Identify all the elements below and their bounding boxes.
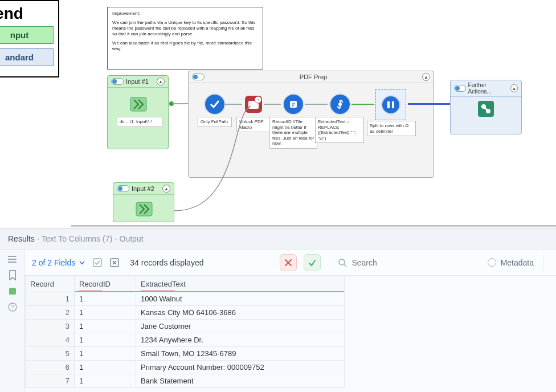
svg-rect-9 bbox=[392, 101, 394, 108]
collapse-button[interactable]: ▲ bbox=[157, 77, 165, 85]
container-header[interactable]: Further Actions... ▲ bbox=[451, 80, 521, 97]
panel-divider[interactable] bbox=[71, 225, 556, 227]
workflow-canvas[interactable]: gend nput andard Improvement: We can joi… bbox=[0, 0, 556, 227]
comment-p1: We can join the paths via a Unique key t… bbox=[112, 20, 258, 37]
cell-extractedtext: Bank Statement bbox=[136, 374, 345, 388]
search-box[interactable] bbox=[338, 258, 443, 267]
tool-directory-input[interactable]: dir ...\1. Input\*.* bbox=[127, 93, 150, 116]
svg-text:?: ? bbox=[11, 304, 14, 311]
toggle-icon[interactable] bbox=[454, 85, 466, 92]
output-anchor-icon[interactable] bbox=[7, 286, 18, 296]
metadata-label: Metadata bbox=[501, 258, 534, 267]
results-grid-scroll[interactable]: Record RecordID ExtractedText 111000 Wal… bbox=[25, 276, 556, 388]
container-input1[interactable]: Input #1 ▲ dir ...\1. Input\*.* bbox=[107, 75, 169, 149]
col-header-extractedtext[interactable]: ExtractedText bbox=[136, 276, 345, 292]
tool-unlock-pdf-macro[interactable]: + Unlock PDF Macro bbox=[242, 93, 265, 116]
comment-p2: We can also batch it so that it goes fil… bbox=[112, 40, 258, 52]
record-count-label: 34 records displayed bbox=[130, 258, 203, 267]
cell-record-num: 2 bbox=[26, 306, 75, 320]
text-to-columns-icon bbox=[386, 100, 395, 109]
container-further-actions[interactable]: Further Actions... ▲ bbox=[450, 80, 522, 134]
cell-extractedtext: 1234 Anywhere Dr. bbox=[136, 333, 345, 347]
legend-box: gend nput andard bbox=[0, 0, 59, 77]
cancel-box-icon[interactable] bbox=[109, 258, 120, 268]
collapse-button[interactable]: ▲ bbox=[510, 84, 518, 92]
legend-chip-standard: andard bbox=[0, 48, 54, 66]
table-row[interactable]: 51Small Town, MO 12345-6789 bbox=[26, 347, 345, 361]
tool-label: dir ...\1. Input\*.* bbox=[117, 117, 162, 127]
separator bbox=[543, 255, 543, 271]
check-icon bbox=[308, 259, 316, 267]
table-header-row: Record RecordID ExtractedText bbox=[26, 276, 345, 292]
cell-extractedtext: 1000 Walnut bbox=[136, 292, 345, 306]
container-title: PDF Prep bbox=[207, 74, 420, 80]
cell-record-num: 5 bbox=[26, 347, 75, 361]
cell-recordid: 1 bbox=[75, 361, 136, 374]
connector[interactable] bbox=[305, 104, 328, 105]
tool-directory-input-2[interactable] bbox=[133, 198, 156, 220]
record-id-icon: # bbox=[288, 99, 299, 109]
cell-extractedtext: Primary Account Number: 000009752 bbox=[136, 361, 345, 374]
results-sub-label: - Text To Columns (7) - Output bbox=[35, 234, 144, 243]
svg-point-7 bbox=[338, 103, 342, 106]
help-icon[interactable]: ? bbox=[7, 302, 18, 312]
container-header[interactable]: Input #2 ▲ bbox=[113, 183, 174, 195]
tool-formula[interactable]: ExtractedText = REPLACE ([ExtractedText]… bbox=[329, 93, 351, 116]
table-row[interactable]: 61Primary Account Number: 000009752 bbox=[26, 361, 345, 374]
col-header-record[interactable]: Record bbox=[26, 276, 75, 292]
collapse-button[interactable]: ▲ bbox=[422, 73, 430, 81]
cell-extractedtext: Kansas City MO 64106-3686 bbox=[136, 306, 345, 320]
table-row[interactable]: 71Bank Statement bbox=[26, 374, 345, 388]
tool-record-id[interactable]: # RecordID //Tile might be better if the… bbox=[282, 93, 305, 116]
table-row[interactable]: 21Kansas City MO 64106-3686 bbox=[26, 306, 345, 320]
results-toolbar: 2 of 2 Fields 34 records displayed bbox=[25, 250, 556, 276]
fields-dropdown[interactable]: 2 of 2 Fields bbox=[32, 258, 85, 267]
svg-rect-21 bbox=[93, 259, 101, 267]
col-header-recordid[interactable]: RecordID bbox=[75, 276, 136, 292]
connector[interactable] bbox=[264, 104, 281, 105]
container-input2[interactable]: Input #2 ▲ bbox=[113, 182, 174, 222]
collapse-button[interactable]: ▲ bbox=[162, 185, 170, 193]
list-icon[interactable] bbox=[7, 254, 18, 264]
svg-point-16 bbox=[8, 259, 9, 260]
toggle-icon[interactable] bbox=[192, 74, 205, 80]
cell-extractedtext: Small Town, MO 12345-6789 bbox=[136, 347, 345, 361]
svg-text:+: + bbox=[257, 97, 260, 103]
cell-recordid: 1 bbox=[75, 333, 136, 347]
table-row[interactable]: 111000 Walnut bbox=[26, 292, 345, 306]
tool-label: Unlock PDF Macro bbox=[236, 117, 271, 132]
results-grid-area: 2 of 2 Fields 34 records displayed bbox=[25, 250, 556, 392]
select-icon bbox=[210, 99, 220, 109]
checklist-icon[interactable] bbox=[92, 258, 103, 268]
container-pdf-prep[interactable]: PDF Prep ▲ Only FullPath + Unlock PDF Ma… bbox=[188, 71, 434, 178]
tool-label: RecordID //Tile might be better if there… bbox=[269, 117, 317, 149]
search-input[interactable] bbox=[351, 258, 443, 267]
cell-recordid: 1 bbox=[75, 320, 136, 333]
table-row[interactable]: 411234 Anywhere Dr. bbox=[26, 333, 345, 347]
cell-record-num: 3 bbox=[26, 320, 75, 333]
connector[interactable] bbox=[351, 104, 374, 105]
container-header[interactable]: Input #1 ▲ bbox=[108, 76, 168, 88]
radio-icon bbox=[488, 258, 496, 267]
toggle-icon[interactable] bbox=[117, 185, 129, 192]
cell-recordid: 1 bbox=[75, 347, 136, 361]
cell-record-num: 6 bbox=[26, 361, 75, 374]
container-header[interactable]: PDF Prep ▲ bbox=[189, 71, 434, 83]
search-icon bbox=[338, 258, 347, 267]
container-title: Further Actions... bbox=[468, 82, 508, 95]
results-title-bar: Results - Text To Columns (7) - Output bbox=[0, 228, 556, 250]
comment-box[interactable]: Improvement: We can join the paths via a… bbox=[107, 7, 263, 70]
tool-text-to-columns[interactable]: Split to rows with Ω as delimiter bbox=[375, 89, 406, 120]
tool-select[interactable]: Only FullPath bbox=[203, 93, 226, 116]
x-icon bbox=[284, 259, 292, 267]
table-row[interactable]: 31Jane Customer bbox=[26, 320, 345, 333]
metadata-toggle[interactable]: Metadata bbox=[488, 255, 549, 271]
accept-button[interactable] bbox=[304, 254, 321, 271]
toggle-icon[interactable] bbox=[111, 78, 124, 85]
connector[interactable] bbox=[408, 103, 450, 105]
chevron-down-icon bbox=[79, 259, 85, 266]
bookmark-icon[interactable] bbox=[7, 270, 18, 280]
tool-browse[interactable] bbox=[475, 97, 497, 120]
reject-button[interactable] bbox=[280, 254, 297, 271]
connector[interactable] bbox=[225, 104, 242, 105]
